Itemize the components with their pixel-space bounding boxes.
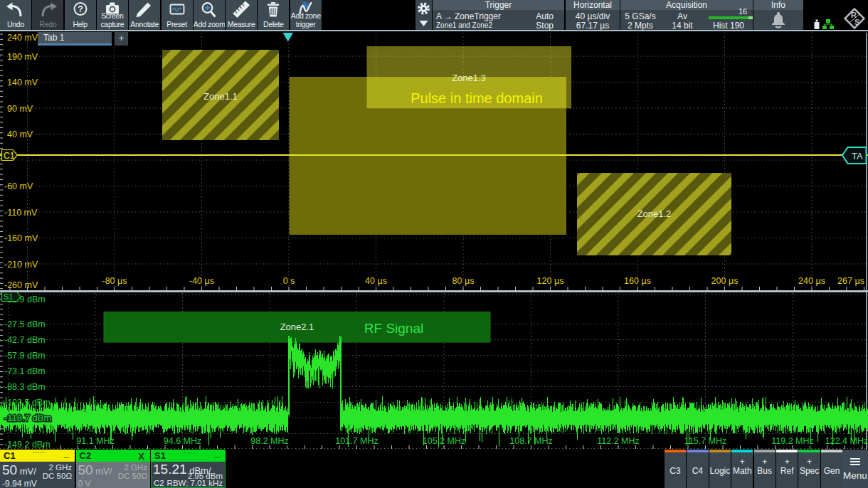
svg-text:Zone1.2: Zone1.2 [637,208,672,219]
svg-text:-260 mV: -260 mV [4,280,38,290]
svg-text:RF Signal: RF Signal [364,321,423,336]
svg-text:40 mV: 40 mV [7,129,33,139]
svg-text:-80 µs: -80 µs [102,276,127,286]
svg-text:Zone1.1: Zone1.1 [203,91,238,102]
svg-text:119.2 MHz: 119.2 MHz [771,436,814,446]
svg-text:-110 mV: -110 mV [4,208,38,218]
svg-text:-57.9 dBm: -57.9 dBm [4,351,46,361]
svg-text:Zone1.3: Zone1.3 [452,73,486,83]
svg-text:200 µs: 200 µs [711,276,739,286]
svg-text:-160 mV: -160 mV [4,233,38,243]
svg-text:267 µs: 267 µs [837,276,864,286]
svg-text:112.2 MHz: 112.2 MHz [597,436,640,446]
svg-text:91.1 MHz: 91.1 MHz [76,436,115,446]
svg-text:TA: TA [852,151,863,161]
svg-text:98.2 MHz: 98.2 MHz [250,436,289,446]
svg-text:?: ? [78,4,83,14]
svg-text:C1: C1 [4,151,15,161]
svg-text:90 mV: 90 mV [7,104,33,114]
svg-text:-60 mV: -60 mV [4,181,33,191]
svg-text:S: S [854,18,859,26]
svg-text:0 s: 0 s [283,276,295,286]
svg-text:-118.7 dBm: -118.7 dBm [4,413,51,423]
svg-text:240 mV: 240 mV [7,33,38,43]
svg-text:140 mV: 140 mV [7,78,38,87]
svg-text:-42.7 dBm: -42.7 dBm [4,335,46,345]
svg-text:Zone2.1: Zone2.1 [280,322,314,332]
svg-text:40 µs: 40 µs [365,276,387,286]
svg-text:160 µs: 160 µs [624,276,651,286]
svg-text:-27.5 dBm: -27.5 dBm [4,319,46,329]
svg-text:S1: S1 [4,292,13,301]
svg-text:-210 mV: -210 mV [4,260,38,270]
svg-text:94.6 MHz: 94.6 MHz [164,436,202,446]
svg-text:-88.3 dBm: -88.3 dBm [4,382,46,392]
svg-text:101.7 MHz: 101.7 MHz [335,436,378,446]
svg-text:108.7 MHz: 108.7 MHz [509,436,552,446]
svg-text:115.7 MHz: 115.7 MHz [684,436,727,446]
svg-text:105.2 MHz: 105.2 MHz [423,436,465,446]
svg-text:240 µs: 240 µs [798,276,825,286]
svg-text:Pulse in time domain: Pulse in time domain [411,90,543,106]
svg-text:-73.1 dBm: -73.1 dBm [4,366,46,376]
svg-text:120 µs: 120 µs [537,276,564,286]
svg-text:-40 µs: -40 µs [189,276,214,286]
svg-text:80 µs: 80 µs [452,276,475,286]
svg-text:190 mV: 190 mV [7,52,38,62]
svg-text:122.4 MHz: 122.4 MHz [825,436,868,446]
